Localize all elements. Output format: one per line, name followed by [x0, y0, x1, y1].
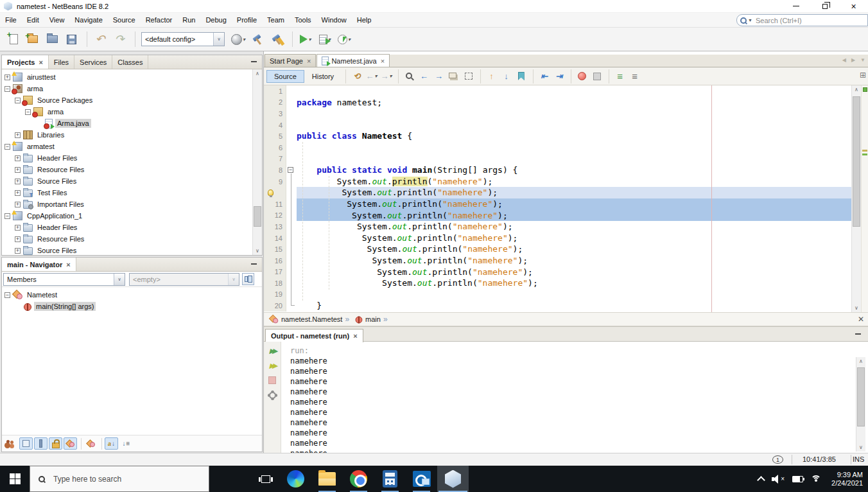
- tree-item[interactable]: +Test Files: [2, 187, 262, 198]
- open-project-button[interactable]: [44, 31, 60, 48]
- code-line[interactable]: 2package nametest;: [264, 97, 851, 109]
- code-line[interactable]: 7: [264, 154, 851, 165]
- code-line[interactable]: 18 System.out.println("namehere");: [264, 277, 851, 289]
- breadcrumb-item[interactable]: main: [354, 315, 381, 324]
- last-edit-location-button[interactable]: [350, 70, 363, 83]
- tree-item[interactable]: −Source Packages: [2, 94, 262, 106]
- find-next-button[interactable]: [432, 70, 446, 83]
- taskbar-app-outlook[interactable]: [406, 466, 437, 492]
- scrollbar-thumb[interactable]: [857, 367, 865, 426]
- code-text[interactable]: public static void main(String[] args) {: [297, 164, 851, 176]
- collapse-icon[interactable]: −: [4, 86, 10, 92]
- run-project-button[interactable]: ▾: [297, 31, 314, 48]
- expand-icon[interactable]: +: [15, 225, 21, 231]
- code-editor[interactable]: 12package nametest;345public class Namet…: [264, 85, 868, 312]
- menu-item-debug[interactable]: Debug: [200, 16, 231, 24]
- inherited-members-button[interactable]: [4, 437, 18, 450]
- tree-item[interactable]: +Header Files: [2, 222, 262, 233]
- toggle-bookmark-button[interactable]: [514, 70, 528, 83]
- sort-source-button[interactable]: [119, 437, 133, 450]
- close-icon[interactable]: ×: [307, 58, 311, 64]
- close-button-icon[interactable]: ×: [839, 0, 868, 12]
- tab-list-icon[interactable]: ▼: [860, 57, 865, 63]
- scroll-tabs-left-icon[interactable]: ◀: [842, 57, 846, 63]
- tab-files[interactable]: Files: [49, 55, 74, 69]
- menu-item-edit[interactable]: Edit: [22, 16, 44, 24]
- source-view-button[interactable]: Source: [266, 70, 304, 83]
- profile-project-button[interactable]: ▾: [336, 31, 352, 48]
- notifications-badge[interactable]: 1: [772, 455, 783, 464]
- collapse-icon[interactable]: −: [4, 292, 10, 298]
- close-icon[interactable]: ×: [353, 333, 357, 339]
- search-dropdown-icon[interactable]: ▼: [748, 18, 752, 22]
- expand-icon[interactable]: +: [15, 179, 21, 184]
- menu-item-file[interactable]: File: [0, 16, 22, 24]
- code-text[interactable]: [297, 142, 851, 154]
- shift-left-button[interactable]: [537, 70, 551, 83]
- tab-services[interactable]: Services: [74, 55, 112, 69]
- chevron-down-icon[interactable]: ∨: [213, 33, 224, 46]
- classes-button[interactable]: [64, 437, 77, 450]
- code-text[interactable]: [297, 85, 851, 97]
- collapse-icon[interactable]: −: [25, 109, 31, 115]
- battery-icon[interactable]: [792, 476, 803, 482]
- code-line[interactable]: 19: [264, 289, 851, 301]
- volume-muted-icon[interactable]: ×: [772, 475, 785, 484]
- code-text[interactable]: [297, 108, 851, 119]
- clean-and-build-button[interactable]: [268, 31, 285, 48]
- shift-right-button[interactable]: [552, 70, 566, 83]
- rectangular-selection-button[interactable]: [462, 70, 475, 83]
- taskbar-app-calc[interactable]: [374, 466, 406, 492]
- close-icon[interactable]: ✕: [858, 315, 864, 324]
- tree-item[interactable]: +Resource Files: [2, 233, 262, 245]
- collapse-icon[interactable]: −: [4, 213, 10, 219]
- taskbar-app-chrome[interactable]: [343, 466, 374, 492]
- code-line[interactable]: 6: [264, 142, 851, 154]
- debug-project-button[interactable]: ▾: [317, 31, 333, 48]
- back-button[interactable]: ▾: [365, 70, 378, 83]
- editor-tab-nametest-java[interactable]: Nametest.java×: [317, 54, 390, 67]
- menu-item-view[interactable]: View: [44, 16, 70, 24]
- code-text[interactable]: [297, 119, 851, 131]
- scrollbar-thumb[interactable]: [853, 96, 860, 227]
- previous-bookmark-button[interactable]: [485, 70, 498, 83]
- stop-macro-button[interactable]: [590, 70, 603, 83]
- new-file-button[interactable]: [5, 31, 22, 48]
- code-line[interactable]: 20 }: [264, 300, 851, 312]
- close-icon[interactable]: ×: [381, 58, 385, 64]
- expand-icon[interactable]: +: [15, 190, 21, 196]
- expand-icon[interactable]: +: [15, 155, 21, 161]
- fields-button[interactable]: [19, 437, 33, 450]
- output-scrollbar[interactable]: ∧ ∨: [856, 357, 865, 452]
- taskbar-app-netbeans[interactable]: [437, 466, 469, 492]
- tree-item[interactable]: +Important Files: [2, 198, 262, 210]
- tab-output[interactable]: Output - nametest (run) ×: [265, 329, 363, 342]
- dropdown-arrow-icon[interactable]: ▾: [390, 73, 392, 79]
- code-text[interactable]: [297, 289, 851, 301]
- stripe-occurrence-mark[interactable]: [862, 150, 867, 152]
- editor-scrollbar[interactable]: ∧ ∨: [851, 85, 861, 312]
- tree-item[interactable]: −arma: [2, 106, 262, 118]
- tree-item[interactable]: +Source Files: [2, 245, 262, 255]
- build-project-button[interactable]: [249, 31, 266, 48]
- expand-icon[interactable]: +: [15, 202, 21, 207]
- scroll-down-icon[interactable]: ∨: [253, 247, 262, 255]
- expand-icon[interactable]: +: [15, 132, 21, 138]
- options-button[interactable]: [266, 389, 279, 401]
- tab-classes[interactable]: Classes: [112, 55, 148, 69]
- close-icon[interactable]: ×: [66, 261, 70, 268]
- tab-projects[interactable]: Projects×: [2, 55, 49, 69]
- code-line[interactable]: System.out.println("namehere");: [264, 187, 851, 198]
- filter-class-button[interactable]: [84, 437, 98, 450]
- breakpoint-button[interactable]: [575, 70, 589, 83]
- redo-button[interactable]: [111, 31, 128, 48]
- dropdown-arrow-icon[interactable]: ▾: [308, 37, 311, 42]
- scroll-up-icon[interactable]: ∧: [852, 85, 861, 94]
- code-text[interactable]: System.out.println("namehere");: [297, 210, 851, 222]
- menu-item-navigate[interactable]: Navigate: [69, 16, 107, 24]
- tree-item[interactable]: +Source Files: [2, 175, 262, 187]
- code-line[interactable]: 17 System.out.println("namehere");: [264, 267, 851, 278]
- code-line[interactable]: 16 System.out.println("namehere");: [264, 255, 851, 267]
- expand-icon[interactable]: +: [15, 248, 21, 254]
- menu-item-source[interactable]: Source: [108, 16, 141, 24]
